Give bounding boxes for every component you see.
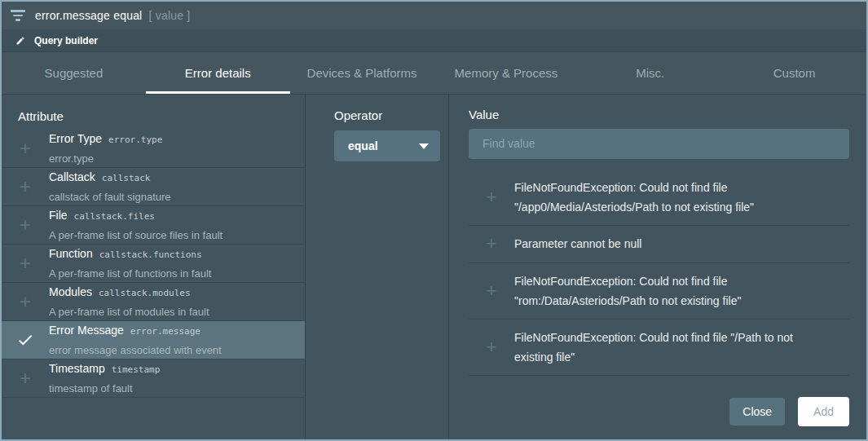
plus-icon[interactable]: + — [20, 139, 31, 158]
attribute-title: Timestamp — [49, 362, 105, 375]
attribute-title: Error Type — [49, 132, 102, 145]
attribute-row-timestamp[interactable]: + Timestamptimestamp timestamp of fault — [2, 359, 305, 398]
attribute-panel: Attribute + Error Typeerror.type error.t… — [2, 95, 306, 439]
attribute-description: error.type — [49, 149, 162, 168]
attribute-description: A per-frame list of modules in fault — [49, 302, 209, 321]
plus-icon[interactable]: + — [487, 282, 497, 300]
value-row[interactable]: + FileNotFoundException: Could not find … — [469, 320, 849, 376]
operator-select[interactable]: equal — [334, 130, 440, 161]
close-button[interactable]: Close — [729, 398, 785, 426]
value-row[interactable]: + FileNotFoundException: Could not find … — [469, 170, 849, 226]
attribute-description: callstack of fault signature — [49, 187, 171, 206]
query-text: error.message equal — [35, 9, 142, 22]
value-row[interactable]: + DivideByZeroException: Attempted to di… — [469, 376, 849, 383]
value-heading: Value — [469, 108, 849, 121]
tab-error-details[interactable]: Error details — [146, 52, 290, 94]
value-text-line: FileNotFoundException: Could not find fi… — [514, 271, 741, 291]
attribute-code: timestamp — [112, 364, 161, 375]
plus-icon[interactable]: + — [487, 338, 497, 356]
query-builder-dialog: error.message equal [ value ] Query buil… — [2, 2, 866, 439]
query-builder-label: Query builder — [34, 35, 98, 46]
attribute-description: timestamp of fault — [49, 379, 160, 398]
plus-icon[interactable]: + — [20, 177, 31, 196]
plus-icon[interactable]: + — [20, 254, 31, 273]
check-icon — [2, 331, 49, 349]
filter-icon[interactable] — [10, 9, 26, 22]
value-text-line: Parameter cannot be null — [514, 234, 641, 254]
pencil-icon — [15, 36, 25, 46]
plus-icon[interactable]: + — [20, 292, 31, 311]
attribute-row-error-message[interactable]: Error Messageerror.message error message… — [2, 321, 305, 359]
attribute-code: error.type — [108, 135, 162, 145]
query-value-placeholder: [ value ] — [149, 9, 191, 22]
tab-suggested[interactable]: Suggested — [2, 52, 146, 94]
attribute-title: Modules — [49, 285, 92, 298]
attribute-code: callstack.files — [74, 211, 155, 222]
attribute-row-modules[interactable]: + Modulescallstack.modules A per-frame l… — [2, 283, 305, 321]
tab-memory-process[interactable]: Memory & Process — [434, 52, 578, 94]
plus-icon[interactable]: + — [20, 215, 31, 235]
attribute-row-error-type[interactable]: + Error Typeerror.type error.type — [2, 130, 305, 168]
value-text-line: FileNotFoundException: Could not find fi… — [514, 178, 754, 197]
plus-icon[interactable]: + — [487, 235, 497, 253]
attribute-title: Error Message — [49, 324, 124, 337]
query-builder-bar[interactable]: Query builder — [2, 29, 866, 52]
attribute-row-callstack[interactable]: + Callstackcallstack callstack of fault … — [2, 168, 305, 206]
attribute-description: A per-frame list of source files in faul… — [49, 226, 223, 245]
attribute-description: A per-frame list of functions in fault — [49, 264, 211, 283]
attribute-code: callstack — [102, 173, 151, 183]
attribute-code: error.message — [130, 326, 200, 337]
tab-custom[interactable]: Custom — [722, 52, 866, 94]
value-list: + FileNotFoundException: Could not find … — [469, 170, 849, 383]
title-bar: error.message equal [ value ] — [2, 2, 866, 29]
current-query-summary: error.message equal [ value ] — [35, 9, 190, 22]
value-panel: Value + FileNotFoundException: Could not… — [449, 95, 866, 439]
attribute-code: callstack.modules — [99, 288, 191, 298]
find-value-input[interactable] — [469, 129, 849, 159]
operator-panel: Operator equal — [306, 95, 449, 439]
value-text-line: FileNotFoundException: Could not find fi… — [514, 328, 826, 367]
value-text-line: "rom:/Data/Asteriods/Path to not existin… — [514, 291, 741, 311]
attribute-description: error message associated with event — [49, 341, 222, 359]
attribute-row-file[interactable]: + Filecallstack.files A per-frame list o… — [2, 206, 305, 245]
attribute-code: callstack.functions — [99, 249, 202, 260]
value-row[interactable]: + Parameter cannot be null — [469, 226, 849, 263]
attribute-title: File — [49, 209, 68, 222]
tab-misc[interactable]: Misc. — [578, 52, 722, 94]
attribute-heading: Attribute — [18, 109, 305, 123]
add-button[interactable]: Add — [798, 397, 849, 426]
tab-devices-platforms[interactable]: Devices & Platforms — [290, 52, 434, 94]
plus-icon[interactable]: + — [487, 188, 497, 206]
attribute-title: Callstack — [49, 170, 95, 183]
attribute-title: Function — [49, 247, 93, 260]
dialog-footer: Close Add — [469, 383, 849, 439]
value-row[interactable]: + FileNotFoundException: Could not find … — [469, 263, 849, 320]
builder-content: Attribute + Error Typeerror.type error.t… — [2, 95, 866, 439]
operator-heading: Operator — [334, 108, 448, 122]
attribute-row-function[interactable]: + Functioncallstack.functions A per-fram… — [2, 245, 305, 283]
category-tabs: Suggested Error details Devices & Platfo… — [2, 52, 866, 95]
plus-icon[interactable]: + — [20, 368, 31, 388]
operator-selected-value: equal — [348, 139, 419, 152]
value-text-line: "/app0/Media/Asteriods/Path to not exist… — [514, 197, 754, 217]
chevron-down-icon — [419, 143, 429, 149]
